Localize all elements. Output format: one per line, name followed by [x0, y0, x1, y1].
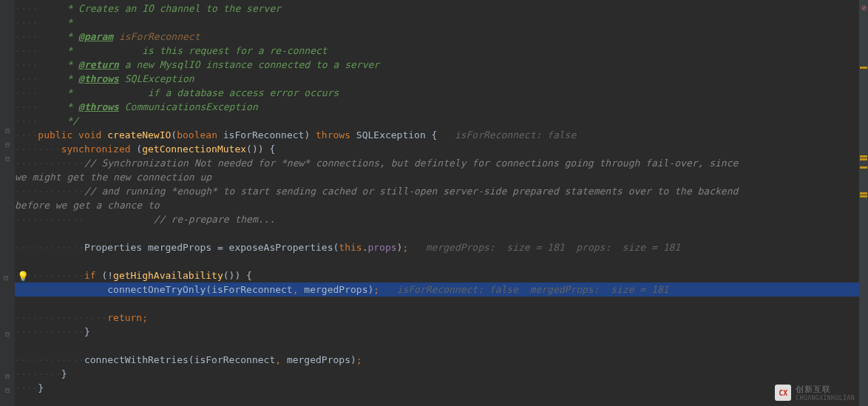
code-line — [15, 339, 859, 353]
scroll-mark-warning[interactable] — [860, 155, 867, 158]
code-line: ···· * is this request for a re-connect — [15, 44, 859, 58]
watermark-text: 创新互联 — [796, 384, 855, 395]
code-line: ············if (!getHighAvailability()) … — [15, 268, 859, 282]
scroll-mark-warning[interactable] — [860, 195, 867, 197]
code-line: ············} — [15, 325, 859, 339]
fold-icon[interactable]: ⊟ — [3, 386, 12, 395]
watermark-badge: CX — [775, 385, 791, 401]
code-line: ···· * @throws SQLException — [15, 72, 859, 86]
fold-icon[interactable]: ⊟ — [3, 126, 12, 135]
code-line — [15, 297, 859, 311]
code-line: ···· * @param isForReconnect — [15, 30, 859, 44]
code-line: we might get the new connection up — [15, 170, 859, 184]
watermark: CX 创新互联 CHUANGXINHULIAN — [775, 384, 855, 402]
code-line: ···· * @return a new MysqlIO instance co… — [15, 58, 859, 72]
code-line: ············connectWithRetries(isForReco… — [15, 353, 859, 367]
code-line: ············// and running *enough* to s… — [15, 184, 859, 198]
code-area[interactable]: ···· * Creates an IO channel to the serv… — [15, 0, 859, 406]
fold-icon[interactable]: ⊟ — [1, 274, 10, 282]
fold-icon[interactable]: ⊟ — [3, 141, 12, 149]
code-line: ········synchronized (getConnectionMutex… — [15, 142, 859, 156]
code-line: ············ // re-prepare them... — [15, 212, 859, 226]
watermark-sub: CHUANGXINHULIAN — [796, 395, 855, 402]
code-line: ············Properties mergedProps = exp… — [15, 240, 859, 254]
fold-icon[interactable]: ⊟ — [3, 155, 12, 163]
code-line: ···· * @throws CommunicationsException — [15, 100, 859, 114]
code-line: ········} — [15, 367, 859, 381]
scroll-mark-warning[interactable] — [860, 158, 867, 160]
code-line: ···· * — [15, 16, 859, 30]
code-line: ················return; — [15, 311, 859, 325]
intention-bulb-icon[interactable]: 💡 — [17, 272, 26, 281]
fold-icon[interactable]: ⊟ — [3, 330, 12, 339]
code-line — [15, 226, 859, 240]
gutter: ⊟ ⊟ ⊟ ⊟ 💡 ⊟ ⊟ ⊟ — [0, 0, 15, 406]
code-line: ···· * if a database access error occurs — [15, 86, 859, 100]
error-indicator-icon[interactable]: ⊘ — [861, 3, 867, 13]
code-line: before we get a chance to — [15, 198, 859, 212]
code-line: ····} — [15, 381, 859, 395]
code-line-current: ················connectOneTryOnly(isForR… — [15, 282, 859, 297]
scrollbar[interactable]: ⊘ — [859, 0, 868, 406]
editor-container: ⊟ ⊟ ⊟ ⊟ 💡 ⊟ ⊟ ⊟ ···· * Creates an IO cha… — [0, 0, 868, 406]
scroll-mark-warning[interactable] — [860, 166, 867, 169]
code-line: ····public void createNewIO(boolean isFo… — [15, 128, 859, 142]
code-line: ············// Synchronization Not neede… — [15, 156, 859, 170]
scroll-mark-warning[interactable] — [860, 67, 867, 69]
code-line — [15, 254, 859, 268]
scroll-mark-warning[interactable] — [860, 192, 867, 194]
code-line: ···· */ — [15, 114, 859, 128]
code-line: ···· * Creates an IO channel to the serv… — [15, 1, 859, 16]
fold-icon[interactable]: ⊟ — [3, 372, 12, 381]
